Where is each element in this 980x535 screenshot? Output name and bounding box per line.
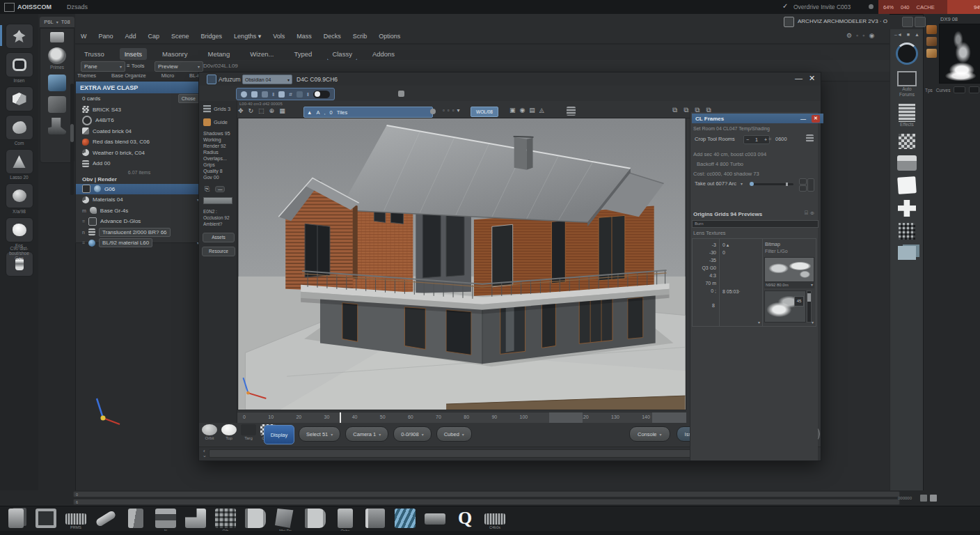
taskbar-item[interactable]: [455, 509, 475, 534]
strip-tool[interactable]: [890, 223, 924, 240]
taskbar-item[interactable]: Q/b: [215, 509, 236, 534]
transport-dropdown[interactable]: Cubed ▾: [436, 426, 472, 442]
texture-vslider-handle[interactable]: [807, 293, 811, 302]
preview-thumb[interactable]: Top: [221, 424, 237, 440]
mini-button-3[interactable]: [807, 178, 814, 192]
choose-button[interactable]: Chose: [178, 94, 199, 103]
frame-icon[interactable]: [297, 91, 303, 98]
taskbar-item[interactable]: [95, 509, 116, 534]
flag-top[interactable]: 0 ▴: [722, 241, 759, 249]
dot-icon[interactable]: [241, 91, 247, 98]
menu-item[interactable]: Lengths ▾: [232, 31, 262, 41]
texture-preview-1[interactable]: [764, 257, 814, 282]
box-icon[interactable]: ■: [907, 32, 910, 37]
transport-dropdown[interactable]: 0-0/908 ▾: [393, 426, 431, 442]
slider-handle[interactable]: [750, 182, 754, 186]
tree-row[interactable]: Weather 0 brick, C04: [76, 148, 203, 159]
strip-tool[interactable]: [890, 42, 924, 65]
tree-row[interactable]: Coated brick 04: [76, 126, 203, 137]
dock-tool[interactable]: [0, 24, 38, 49]
page-icon[interactable]: ⎘: [205, 185, 210, 193]
table-value[interactable]: -35: [695, 256, 716, 264]
taskbar-item[interactable]: [125, 509, 146, 534]
timeline-ruler[interactable]: 0102030405060708090100110120130140150: [237, 412, 686, 424]
plus-button[interactable]: +: [764, 137, 767, 142]
sidebar-list-item[interactable]: Working: [199, 137, 237, 143]
hscroll-b[interactable]: 6: [73, 499, 900, 505]
mode-select[interactable]: Pane▾: [81, 61, 125, 72]
chevron-down-icon[interactable]: ▾: [758, 320, 760, 325]
fx-button-2[interactable]: [969, 86, 979, 93]
sidebar-list-item[interactable]: Render 92: [199, 143, 237, 149]
menu-item[interactable]: Scrib: [351, 31, 369, 41]
resource-button[interactable]: Resource: [202, 247, 235, 256]
strip-tool[interactable]: Auto Forums: [890, 71, 924, 98]
edit-tools-icons[interactable]: ▣◉▤◬: [509, 107, 548, 114]
tree-row[interactable]: Red das blend 03, C06: [76, 137, 203, 148]
sidebar-list-item[interactable]: Grips: [199, 162, 237, 168]
menu-item[interactable]: Mass: [295, 31, 313, 41]
dock-tool[interactable]: Insen: [0, 52, 38, 83]
hash-icon[interactable]: #: [289, 91, 292, 98]
fx-button-1[interactable]: [954, 86, 965, 93]
taskbar-item[interactable]: [35, 509, 56, 534]
flag-mid[interactable]: 0: [722, 249, 759, 256]
tray-page-icon-2[interactable]: [930, 495, 937, 502]
collapse-button[interactable]: —: [215, 186, 225, 192]
dock2-thumb[interactable]: [40, 96, 74, 113]
fx-thumb-1[interactable]: [926, 25, 937, 34]
menu-item[interactable]: Bridges: [200, 31, 224, 41]
strip-tool[interactable]: [890, 177, 924, 194]
fx-thumb-3[interactable]: [926, 49, 937, 58]
render-toggle[interactable]: [313, 91, 330, 98]
transport-dropdown[interactable]: Camera 1 ▾: [345, 426, 388, 442]
pause-icon[interactable]: ‖: [272, 91, 274, 98]
chevron-down-icon[interactable]: ▾: [812, 320, 814, 325]
grid-toggle-icon[interactable]: [567, 107, 576, 116]
sidebar-guide-item[interactable]: Guide: [199, 113, 237, 130]
panel-close-button[interactable]: ✕: [812, 115, 820, 123]
sidebar-list-item[interactable]: Overlaps...: [199, 155, 237, 162]
strip-tool[interactable]: [890, 134, 924, 149]
dock2-thumb[interactable]: [40, 118, 74, 134]
assets-button[interactable]: Assets: [203, 233, 235, 242]
tree-row[interactable]: A4B/T6: [76, 115, 203, 126]
link-icon[interactable]: [806, 134, 814, 142]
menu-item[interactable]: W: [79, 31, 88, 41]
viewport-3d[interactable]: [237, 118, 686, 410]
fx-thumb-2[interactable]: [926, 37, 937, 46]
active-layer-chip[interactable]: WOL/08: [471, 107, 498, 117]
texture-vslider[interactable]: [807, 290, 812, 323]
strip-tool[interactable]: [890, 155, 924, 171]
dock2-tab[interactable]: P6L▾ T08: [40, 17, 74, 27]
scene-tree-header[interactable]: EXTRA AVE CLASP: [76, 82, 203, 93]
dock2-scrollbar[interactable]: [70, 84, 74, 195]
menu-item[interactable]: Pano: [97, 31, 115, 41]
ribbon-tab[interactable]: Addons: [368, 48, 400, 60]
menu-item[interactable]: Decks: [322, 31, 342, 41]
strip-tool[interactable]: [890, 246, 924, 260]
object-row-selected[interactable]: G06: [76, 184, 203, 195]
ribbon-tab[interactable]: Wizen...: [245, 48, 278, 60]
dock2-swatch[interactable]: [50, 32, 64, 42]
strip-tool[interactable]: Effects: [890, 104, 924, 127]
clear-field-button[interactable]: [430, 109, 436, 114]
tree-row[interactable]: Add 00: [76, 158, 203, 169]
sidebar-list-item[interactable]: Quality 8: [199, 168, 237, 174]
table-value[interactable]: 0 ;: [695, 287, 716, 295]
exposure-slider[interactable]: [750, 183, 793, 185]
split-icon[interactable]: [262, 91, 268, 98]
texture-preview-2[interactable]: [764, 290, 806, 323]
tools-label[interactable]: ≡ Tools: [127, 63, 144, 69]
titlebar-button-2[interactable]: [915, 17, 926, 27]
object-row[interactable]: = Advance D-Glos: [76, 216, 203, 227]
taskbar-item[interactable]: Oshs: [335, 509, 356, 534]
utility-icons-row[interactable]: ⚙◦◦◉: [846, 32, 878, 39]
menu-item[interactable]: Cap: [147, 31, 161, 41]
taskbar-item[interactable]: [185, 509, 206, 534]
menu-item[interactable]: Options: [377, 31, 402, 41]
section-icons[interactable]: ⌸⌯: [805, 210, 816, 217]
mini-button-1[interactable]: [799, 178, 807, 185]
table-value[interactable]: Q3 G0 4:3: [695, 264, 716, 279]
render-dropdown[interactable]: Console ▾: [629, 426, 670, 442]
